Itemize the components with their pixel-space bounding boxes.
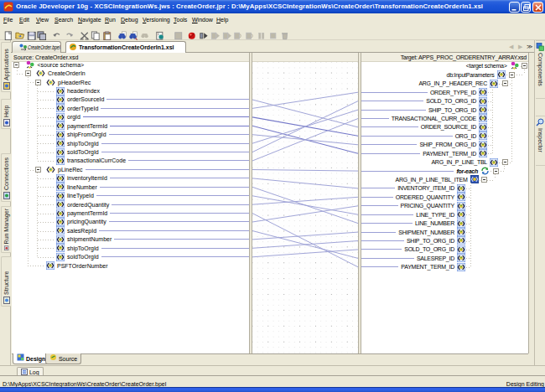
svg-text:1: 1 xyxy=(158,33,159,36)
